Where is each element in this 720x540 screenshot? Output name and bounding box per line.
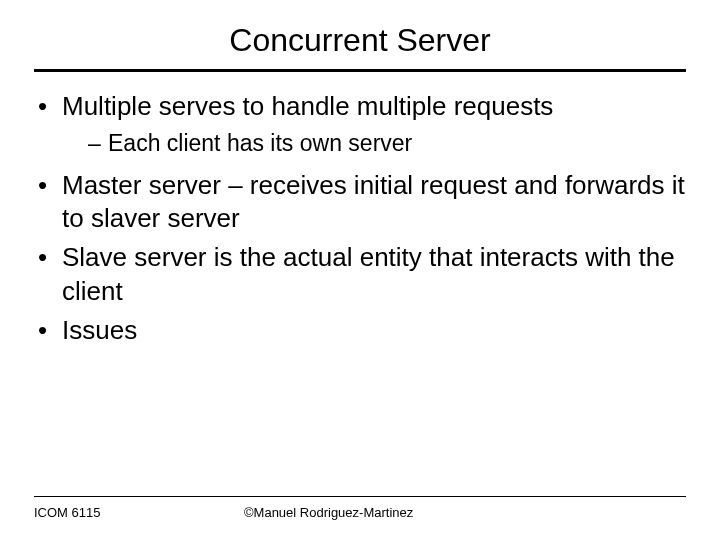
footer-course: ICOM 6115 [34, 505, 214, 520]
bullet-item: Issues [34, 314, 686, 347]
slide: Concurrent Server Multiple serves to han… [0, 0, 720, 540]
footer-rule [34, 496, 686, 497]
bullet-text: Master server – receives initial request… [62, 170, 685, 233]
slide-title: Concurrent Server [34, 22, 686, 59]
footer-copyright: ©Manuel Rodriguez-Martinez [214, 505, 686, 520]
sub-bullet-text: Each client has its own server [108, 130, 412, 156]
sub-bullet-item: Each client has its own server [88, 129, 686, 158]
bullet-list: Multiple serves to handle multiple reque… [34, 90, 686, 347]
bullet-item: Slave server is the actual entity that i… [34, 241, 686, 308]
footer: ICOM 6115 ©Manuel Rodriguez-Martinez [0, 496, 720, 520]
bullet-text: Multiple serves to handle multiple reque… [62, 91, 553, 121]
title-rule [34, 69, 686, 72]
slide-content: Multiple serves to handle multiple reque… [34, 90, 686, 347]
bullet-item: Master server – receives initial request… [34, 169, 686, 236]
bullet-text: Issues [62, 315, 137, 345]
footer-row: ICOM 6115 ©Manuel Rodriguez-Martinez [34, 505, 686, 520]
sub-bullet-list: Each client has its own server [62, 129, 686, 158]
bullet-text: Slave server is the actual entity that i… [62, 242, 675, 305]
bullet-item: Multiple serves to handle multiple reque… [34, 90, 686, 159]
